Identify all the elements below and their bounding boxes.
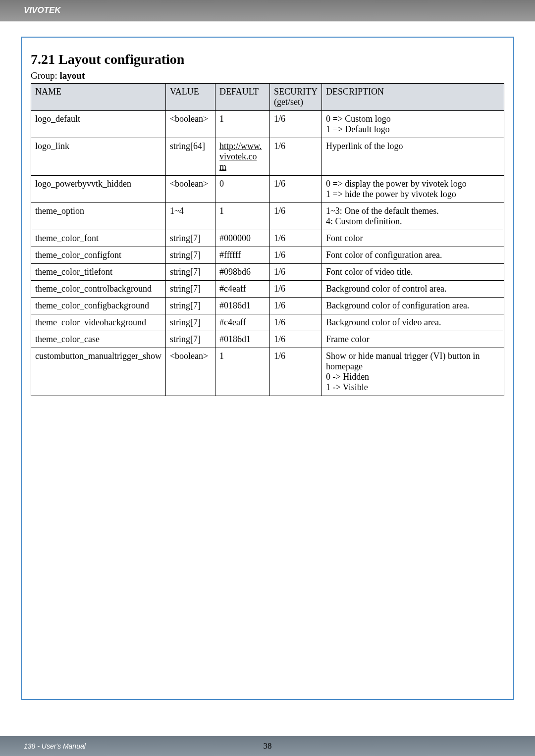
- cell-description: Background color of control area.: [321, 281, 504, 298]
- cell-name: theme_color_configbackground: [31, 298, 166, 314]
- header-value: VALUE: [165, 84, 215, 111]
- content-box: 7.21 Layout configuration Group: layout …: [21, 37, 514, 700]
- cell-security: 1/6: [269, 314, 321, 331]
- group-prefix: Group:: [31, 70, 60, 81]
- cell-value: string[7]: [165, 314, 215, 331]
- cell-security: 1/6: [269, 138, 321, 176]
- cell-name: theme_color_case: [31, 331, 166, 348]
- cell-default: #ffffff: [215, 247, 269, 264]
- cell-value: 1~4: [165, 203, 215, 230]
- table-row: theme_color_titlefontstring[7]#098bd61/6…: [31, 264, 504, 281]
- cell-security: 1/6: [269, 176, 321, 203]
- cell-value: string[7]: [165, 264, 215, 281]
- header-name: NAME: [31, 84, 166, 111]
- cell-value: string[7]: [165, 298, 215, 314]
- default-link-part: m: [219, 162, 226, 172]
- cell-value: <boolean>: [165, 348, 215, 396]
- table-row: theme_color_controlbackgroundstring[7]#c…: [31, 281, 504, 298]
- cell-value: string[7]: [165, 281, 215, 298]
- cell-description: Font color: [321, 230, 504, 247]
- cell-default: #0186d1: [215, 298, 269, 314]
- cell-description: Background color of configuration area.: [321, 298, 504, 314]
- cell-description: 0 => Custom logo 1 => Default logo: [321, 111, 504, 138]
- cell-name: theme_color_videobackground: [31, 314, 166, 331]
- cell-default: 0: [215, 176, 269, 203]
- header-security: SECURITY (get/set): [269, 84, 321, 111]
- parameters-table: NAME VALUE DEFAULT SECURITY (get/set) DE…: [31, 83, 504, 396]
- cell-security: 1/6: [269, 247, 321, 264]
- cell-value: string[7]: [165, 331, 215, 348]
- cell-description: Frame color: [321, 331, 504, 348]
- cell-name: custombutton_manualtrigger_show: [31, 348, 166, 396]
- cell-default: 1: [215, 203, 269, 230]
- default-link-part: http://www.: [219, 141, 262, 151]
- table-row: theme_color_configbackgroundstring[7]#01…: [31, 298, 504, 314]
- cell-name: theme_color_font: [31, 230, 166, 247]
- cell-default: #000000: [215, 230, 269, 247]
- table-row: logo_default<boolean>11/60 => Custom log…: [31, 111, 504, 138]
- cell-default: #098bd6: [215, 264, 269, 281]
- cell-value: <boolean>: [165, 111, 215, 138]
- footer-left: 138 - User's Manual: [24, 742, 86, 750]
- cell-default: http://www.vivotek.com: [215, 138, 269, 176]
- header-default: DEFAULT: [215, 84, 269, 111]
- section-title: 7.21 Layout configuration: [31, 51, 504, 67]
- cell-description: Font color of video title.: [321, 264, 504, 281]
- header-description: DESCRIPTION: [321, 84, 504, 111]
- group-label: Group: layout: [31, 70, 504, 81]
- cell-security: 1/6: [269, 298, 321, 314]
- table-row: logo_linkstring[64]http://www.vivotek.co…: [31, 138, 504, 176]
- table-row: theme_color_casestring[7]#0186d11/6Frame…: [31, 331, 504, 348]
- cell-value: <boolean>: [165, 176, 215, 203]
- cell-name: theme_color_controlbackground: [31, 281, 166, 298]
- cell-default: #c4eaff: [215, 281, 269, 298]
- default-link-part: vivotek.co: [219, 151, 257, 161]
- group-name: layout: [60, 70, 85, 81]
- cell-value: string[7]: [165, 230, 215, 247]
- header-security-main: SECURITY: [274, 87, 318, 97]
- cell-name: theme_option: [31, 203, 166, 230]
- cell-description: Hyperlink of the logo: [321, 138, 504, 176]
- cell-security: 1/6: [269, 331, 321, 348]
- cell-security: 1/6: [269, 281, 321, 298]
- cell-description: Font color of configuration area.: [321, 247, 504, 264]
- cell-name: logo_powerbyvvtk_hidden: [31, 176, 166, 203]
- cell-security: 1/6: [269, 203, 321, 230]
- cell-default: #0186d1: [215, 331, 269, 348]
- cell-security: 1/6: [269, 264, 321, 281]
- cell-default: #c4eaff: [215, 314, 269, 331]
- cell-value: string[7]: [165, 247, 215, 264]
- table-row: custombutton_manualtrigger_show<boolean>…: [31, 348, 504, 396]
- footer-page-number: 38: [264, 741, 272, 751]
- cell-description: Background color of video area.: [321, 314, 504, 331]
- cell-default: 1: [215, 348, 269, 396]
- table-row: theme_option1~411/61~3: One of the defau…: [31, 203, 504, 230]
- table-header-row: NAME VALUE DEFAULT SECURITY (get/set) DE…: [31, 84, 504, 111]
- cell-name: theme_color_configfont: [31, 247, 166, 264]
- table-row: logo_powerbyvvtk_hidden<boolean>01/60 =>…: [31, 176, 504, 203]
- brand-label: VIVOTEK: [24, 5, 61, 15]
- cell-description: Show or hide manual trigger (VI) button …: [321, 348, 504, 396]
- cell-security: 1/6: [269, 230, 321, 247]
- table-row: theme_color_videobackgroundstring[7]#c4e…: [31, 314, 504, 331]
- cell-security: 1/6: [269, 111, 321, 138]
- cell-security: 1/6: [269, 348, 321, 396]
- header-security-sub: (get/set): [274, 97, 318, 107]
- page-header: VIVOTEK: [0, 0, 535, 22]
- cell-default: 1: [215, 111, 269, 138]
- cell-description: 1~3: One of the default themes. 4: Custo…: [321, 203, 504, 230]
- cell-name: theme_color_titlefont: [31, 264, 166, 281]
- table-row: theme_color_fontstring[7]#0000001/6Font …: [31, 230, 504, 247]
- cell-description: 0 => display the power by vivotek logo 1…: [321, 176, 504, 203]
- page-footer: 138 - User's Manual 38: [0, 736, 535, 756]
- cell-value: string[64]: [165, 138, 215, 176]
- table-row: theme_color_configfontstring[7]#ffffff1/…: [31, 247, 504, 264]
- cell-name: logo_link: [31, 138, 166, 176]
- cell-name: logo_default: [31, 111, 166, 138]
